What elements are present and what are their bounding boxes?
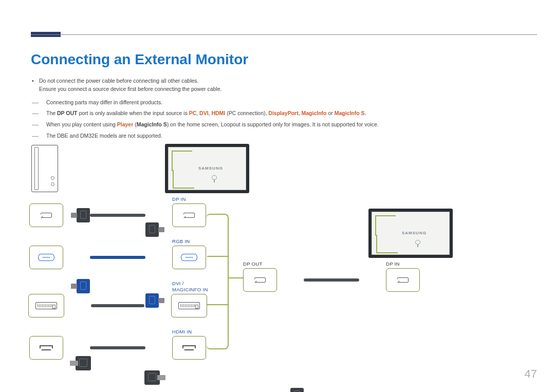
dp-plug-icon <box>145 222 159 237</box>
port-dvi-source <box>28 294 64 318</box>
vga-plug-icon <box>77 279 90 293</box>
port-dp-in-2 <box>386 268 420 292</box>
dash-icon: ― <box>32 132 46 140</box>
note-item: ― The DBE and DM32E models are not suppo… <box>32 132 379 140</box>
note-text: When you play content using Player (Magi… <box>46 121 379 129</box>
bullet-item: • Do not connect the power cable before … <box>32 77 379 94</box>
note-text: The DBE and DM32E models are not support… <box>46 133 162 139</box>
cable-icon <box>91 304 144 307</box>
label-dp-in: DP IN <box>172 196 186 202</box>
port-dp-in <box>172 203 206 227</box>
cable-icon <box>90 346 145 349</box>
note-text: The DP OUT port is only available when t… <box>46 109 366 118</box>
vga-plug-icon <box>145 293 159 308</box>
chain-line-icon <box>206 214 229 349</box>
dp-plug-icon <box>290 388 304 392</box>
label-hdmi-in: HDMI IN <box>172 329 192 334</box>
page-title: Connecting an External Monitor <box>31 51 248 68</box>
note-text: Connecting parts may differ in different… <box>46 99 162 105</box>
page-number: 47 <box>525 367 537 381</box>
port-hdmi-source <box>29 336 63 360</box>
cable-icon <box>90 214 145 217</box>
monitor-icon: SAMSUNG <box>368 209 453 258</box>
dvi-plug-icon <box>144 370 160 385</box>
chain-line-icon <box>207 256 228 257</box>
port-rgb-in <box>172 246 206 269</box>
header-rule <box>31 34 537 35</box>
port-dp-source <box>29 203 63 227</box>
dash-icon: ― <box>32 109 46 118</box>
note-item: ― When you play content using Player (Ma… <box>32 121 379 129</box>
port-vga-source <box>29 246 63 269</box>
monitor-logo: SAMSUNG <box>198 166 223 171</box>
label-dp-in-2: DP IN <box>386 261 400 267</box>
note-item: ― Connecting parts may differ in differe… <box>32 99 379 107</box>
label-dp-out: DP OUT <box>243 261 263 267</box>
cable-icon <box>90 256 145 259</box>
port-dvi-in <box>171 294 207 318</box>
dvi-plug-icon <box>76 356 91 370</box>
dash-icon: ― <box>32 121 46 129</box>
label-rgb-in: RGB IN <box>172 238 190 244</box>
cable-icon <box>304 278 359 282</box>
dash-icon: ― <box>32 99 46 107</box>
connection-diagram: SAMSUNG SAMSUNG DP IN RGB IN DVI / MAGIC… <box>28 145 491 371</box>
dp-plug-icon <box>77 208 90 222</box>
bullet-dot-icon: • <box>32 77 39 94</box>
note-item: ― The DP OUT port is only available when… <box>32 109 379 118</box>
bullet-text-cont: Ensure you connect a source device first… <box>39 86 221 92</box>
computer-tower-icon <box>31 145 58 192</box>
chain-line-icon <box>207 304 228 305</box>
monitor-icon: SAMSUNG <box>165 144 249 193</box>
port-dp-out <box>243 268 277 292</box>
chain-line-icon <box>228 277 243 278</box>
port-hdmi-in <box>172 336 206 360</box>
bullet-text: Do not connect the power cable before co… <box>39 78 199 84</box>
intro-text-block: • Do not connect the power cable before … <box>32 77 379 140</box>
monitor-logo: SAMSUNG <box>402 231 427 235</box>
